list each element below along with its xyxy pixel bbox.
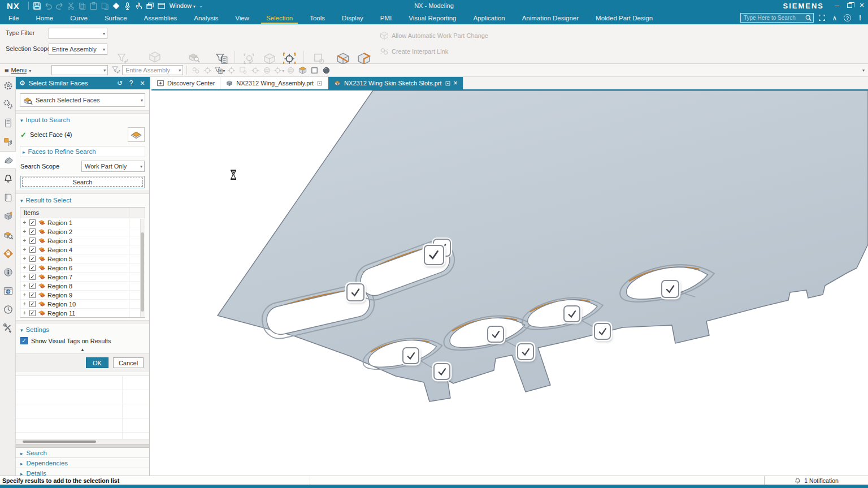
- paste-icon[interactable]: [88, 1, 99, 11]
- cancel-button[interactable]: Cancel: [113, 357, 144, 368]
- region-row[interactable]: Region 1: [20, 218, 145, 227]
- part-modified-icon[interactable]: [0, 208, 16, 224]
- ribbon-tab-pmi[interactable]: PMI: [372, 11, 400, 24]
- selection-filter-icon[interactable]: [110, 65, 121, 75]
- expand-icon[interactable]: [22, 228, 27, 235]
- ok-button[interactable]: OK: [86, 357, 108, 368]
- show-visual-tags-checkbox[interactable]: [20, 337, 28, 344]
- tab-wing-skin-sketch-slots[interactable]: NX2312 Wing Skin Sketch Slots.prt ×: [328, 77, 463, 89]
- pin-icon[interactable]: [316, 80, 323, 87]
- notification-button[interactable]: 1 Notification: [764, 476, 868, 485]
- region-row[interactable]: Region 5: [20, 254, 145, 264]
- cut-icon[interactable]: [66, 1, 77, 11]
- expand-icon[interactable]: [22, 219, 27, 226]
- region-checkbox[interactable]: [29, 256, 36, 262]
- clipboard-icon[interactable]: [99, 1, 111, 11]
- gear-icon[interactable]: [0, 77, 16, 94]
- gears-icon[interactable]: [0, 96, 16, 113]
- window-menu[interactable]: Window: [170, 2, 196, 9]
- items-scrollbar[interactable]: [140, 219, 144, 317]
- cube-orange-icon[interactable]: [297, 65, 308, 75]
- search-type-combo[interactable]: Search Selected Faces: [20, 93, 145, 107]
- snap-int-icon[interactable]: [250, 65, 261, 75]
- ribbon-tab-display[interactable]: Display: [333, 11, 372, 24]
- ribbon-tab-curve[interactable]: Curve: [62, 11, 96, 24]
- clip-icon[interactable]: [190, 65, 201, 75]
- tools-icon[interactable]: [0, 319, 16, 336]
- restore-button[interactable]: [843, 0, 856, 11]
- region-checkbox[interactable]: [29, 228, 36, 235]
- scope-combo[interactable]: Entire Assembly: [122, 65, 183, 75]
- search-input[interactable]: [744, 15, 805, 21]
- ribbon-tab-visual-reporting[interactable]: Visual Reporting: [400, 11, 465, 24]
- toolbar-overflow[interactable]: ▾: [862, 68, 865, 73]
- tab-discovery-center[interactable]: Discovery Center: [151, 77, 220, 89]
- redo-icon[interactable]: [54, 1, 66, 11]
- copy-icon[interactable]: [77, 1, 88, 11]
- minimize-button[interactable]: ─: [831, 0, 843, 11]
- bell-icon[interactable]: [0, 170, 16, 187]
- settings-section[interactable]: Settings: [16, 323, 149, 335]
- region-row[interactable]: Region 11: [20, 309, 145, 318]
- ribbon-tab-view[interactable]: View: [227, 11, 258, 24]
- region-checkbox[interactable]: [29, 237, 36, 244]
- visual-check-tag[interactable]: [487, 326, 504, 343]
- select-face-row[interactable]: ✓ Select Face (4): [16, 126, 149, 144]
- fullscreen-icon[interactable]: [818, 14, 826, 21]
- region-checkbox[interactable]: [29, 301, 36, 307]
- expand-icon[interactable]: [22, 247, 27, 253]
- dialog-collapse-handle[interactable]: ▲: [16, 346, 149, 353]
- visual-check-tag[interactable]: [594, 323, 611, 340]
- region-checkbox[interactable]: [29, 247, 36, 253]
- region-checkbox[interactable]: [29, 283, 36, 289]
- panel-dependencies[interactable]: Dependencies: [16, 458, 149, 468]
- expand-icon[interactable]: [22, 265, 27, 271]
- touch-icon[interactable]: [133, 1, 145, 11]
- sphere-icon[interactable]: [285, 65, 296, 75]
- input-to-search-section[interactable]: Input to Search: [16, 114, 149, 126]
- graphics-viewport[interactable]: [151, 89, 868, 476]
- show-visual-tags-row[interactable]: Show Visual Tags on Results: [16, 335, 149, 346]
- region-row[interactable]: Region 10: [20, 300, 145, 309]
- square-icon[interactable]: [309, 65, 320, 75]
- ribbon-tab-application[interactable]: Application: [465, 11, 513, 24]
- cube-list-icon[interactable]: [214, 65, 225, 75]
- region-row[interactable]: Region 7: [20, 273, 145, 282]
- region-row[interactable]: Region 8: [20, 282, 145, 291]
- shell-icon[interactable]: [0, 152, 17, 169]
- horizontal-scrollbar[interactable]: [16, 439, 149, 444]
- visual-check-tag[interactable]: [424, 245, 444, 265]
- cascade-windows-icon[interactable]: [145, 1, 156, 11]
- browser-icon[interactable]: [0, 282, 16, 299]
- region-row[interactable]: Region 4: [20, 245, 145, 254]
- customize-caret-icon[interactable]: ⌄: [199, 3, 203, 8]
- dialog-help-icon[interactable]: [127, 79, 135, 87]
- snap-end-icon[interactable]: [226, 65, 237, 75]
- search-input-wrap[interactable]: [740, 13, 814, 23]
- expand-icon[interactable]: [22, 256, 27, 262]
- type-filter-combo[interactable]: [49, 28, 107, 39]
- region-checkbox[interactable]: [29, 265, 36, 271]
- region-row[interactable]: Region 9: [20, 291, 145, 300]
- ribbon-tab-animation-designer[interactable]: Animation Designer: [514, 11, 587, 24]
- command-line-icon[interactable]: !: [856, 14, 865, 22]
- region-row[interactable]: Region 2: [20, 227, 145, 236]
- clock-icon[interactable]: [0, 301, 16, 318]
- panel-search[interactable]: Search: [16, 448, 149, 458]
- expand-icon[interactable]: [22, 283, 27, 289]
- region-checkbox[interactable]: [29, 219, 36, 226]
- tab-wing-assembly[interactable]: NX2312 Wing_Assembly.prt: [220, 77, 328, 89]
- minimize-ribbon-icon[interactable]: ∧: [830, 14, 839, 22]
- highlight-icon[interactable]: [111, 1, 122, 11]
- dialog-close-icon[interactable]: [138, 79, 146, 88]
- window-box-icon[interactable]: [156, 1, 167, 11]
- create-interpart-link-button[interactable]: Create Interpart Link: [380, 47, 448, 56]
- scrollbar-thumb[interactable]: [23, 441, 96, 443]
- server-icon[interactable]: [0, 114, 16, 131]
- close-tab-icon[interactable]: ×: [454, 79, 458, 87]
- visual-check-tag[interactable]: [402, 347, 419, 364]
- expand-icon[interactable]: [22, 301, 27, 307]
- pin-icon[interactable]: [445, 80, 451, 87]
- ribbon-tab-assemblies[interactable]: Assemblies: [136, 11, 186, 24]
- microphone-icon[interactable]: [122, 1, 133, 11]
